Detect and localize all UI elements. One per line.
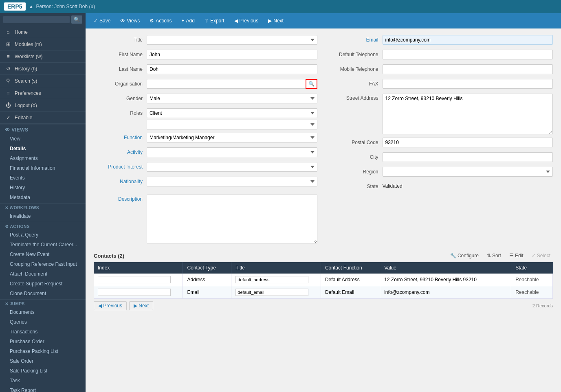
- col-state-link[interactable]: State: [515, 265, 527, 271]
- sidebar-item-editable[interactable]: ✓ Editable: [0, 112, 86, 124]
- col-value: Value: [380, 262, 511, 274]
- product-interest-select[interactable]: [147, 162, 317, 172]
- row2-title-input[interactable]: [235, 289, 308, 296]
- activity-select[interactable]: [147, 147, 317, 157]
- default-telephone-label: Default Telephone: [330, 50, 378, 57]
- sidebar-item-task[interactable]: Task: [0, 376, 86, 385]
- row1-title-input[interactable]: [235, 276, 308, 283]
- form-row-city: City: [330, 152, 553, 164]
- sidebar-item-metadata[interactable]: Metadata: [0, 193, 86, 202]
- row1-title: [231, 274, 321, 286]
- organisation-search-button[interactable]: 🔍: [306, 79, 317, 89]
- sort-icon: ⇅: [487, 253, 491, 258]
- previous-button[interactable]: ◀ Previous: [230, 16, 263, 26]
- region-select[interactable]: [383, 167, 553, 177]
- fax-input[interactable]: [383, 79, 553, 89]
- sidebar-item-terminate[interactable]: Terminate the Current Career...: [0, 240, 86, 250]
- sidebar-item-documents[interactable]: Documents: [0, 307, 86, 317]
- sidebar-item-create-event[interactable]: Create New Event: [0, 250, 86, 259]
- nationality-select[interactable]: [147, 177, 317, 186]
- views-button[interactable]: 👁 Views: [116, 16, 144, 26]
- row1-index-input[interactable]: [98, 276, 171, 283]
- form-row-mobile-telephone: Mobile Telephone: [330, 64, 553, 76]
- next-button[interactable]: ▶ Next: [129, 301, 153, 310]
- sidebar-item-assignments[interactable]: Assignments: [0, 153, 86, 163]
- form-row-firstname: First Name: [94, 50, 317, 61]
- product-interest-label: Product Interest: [94, 162, 143, 170]
- default-telephone-input[interactable]: [383, 50, 553, 59]
- row1-contact-type: Address: [183, 274, 231, 286]
- gender-select[interactable]: Male Female: [147, 94, 317, 103]
- description-textarea[interactable]: [147, 195, 317, 243]
- street-address-textarea[interactable]: 12 Zorro Street, 93210 Beverly Hills: [383, 94, 553, 134]
- function-select[interactable]: Marketing/Marketing Manager: [147, 133, 317, 142]
- sidebar-item-transactions[interactable]: Transactions: [0, 327, 86, 337]
- sidebar-item-purchase-order[interactable]: Purchase Order: [0, 337, 86, 346]
- postal-code-input[interactable]: [383, 138, 553, 147]
- sidebar-item-modules[interactable]: ⊞ Modules (m): [0, 38, 86, 50]
- search-input[interactable]: [3, 16, 70, 23]
- col-index-link[interactable]: Index: [98, 265, 110, 271]
- app-logo: ERP5: [4, 2, 26, 11]
- sidebar-section-actions: ⚙ ACTIONS: [0, 222, 86, 230]
- export-button[interactable]: ⇧ Export: [200, 16, 229, 26]
- export-icon: ⇧: [205, 18, 209, 24]
- configure-button[interactable]: 🔧 Configure: [448, 252, 481, 260]
- sidebar-item-purchase-packing-list[interactable]: Purchase Packing List: [0, 346, 86, 356]
- sidebar-item-logout[interactable]: ⏻ Logout (o): [0, 99, 86, 112]
- firstname-input[interactable]: [147, 50, 317, 59]
- col-contact-type-link[interactable]: Contact Type: [187, 265, 216, 271]
- organisation-input[interactable]: [147, 79, 317, 89]
- lastname-input[interactable]: [147, 64, 317, 74]
- sort-button[interactable]: ⇅ Sort: [484, 252, 504, 260]
- sidebar-item-history-view[interactable]: History: [0, 183, 86, 193]
- sidebar-item-worklists[interactable]: ≡ Worklists (w): [0, 50, 86, 63]
- sidebar-item-view[interactable]: View: [0, 134, 86, 144]
- select-button[interactable]: ✓ Select: [529, 252, 553, 260]
- sidebar-item-sale-order[interactable]: Sale Order: [0, 356, 86, 366]
- form-row-product-interest: Product Interest: [94, 162, 317, 173]
- search-button[interactable]: 🔍: [71, 15, 82, 24]
- email-label: Email: [330, 35, 378, 43]
- sidebar-item-task-report[interactable]: Task Report: [0, 385, 86, 392]
- sidebar-section-workflows: ✕ WORKFLOWS: [0, 203, 86, 211]
- sidebar-item-events[interactable]: Events: [0, 173, 86, 183]
- email-input[interactable]: [383, 35, 553, 45]
- add-button[interactable]: + Add: [178, 16, 199, 26]
- form-left: Title First Name: [94, 35, 317, 243]
- sidebar-item-home[interactable]: ⌂ Home: [0, 26, 86, 38]
- roles-select-1[interactable]: Client: [147, 108, 317, 118]
- state-value: Validated: [383, 182, 403, 189]
- sidebar-item-invalidate[interactable]: Invalidate: [0, 211, 86, 221]
- home-icon: ⌂: [5, 29, 11, 35]
- sidebar-item-search[interactable]: ⚲ Search (s): [0, 75, 86, 87]
- save-button[interactable]: ✓ Save: [90, 16, 114, 26]
- sidebar-item-history[interactable]: ↺ History (h): [0, 63, 86, 75]
- sidebar-item-post-query[interactable]: Post a Query: [0, 230, 86, 240]
- city-input[interactable]: [383, 152, 553, 162]
- sidebar-search-area: 🔍: [0, 13, 86, 26]
- contacts-header: Contacts (2) 🔧 Configure ⇅ Sort ☰ Edit: [94, 252, 553, 260]
- col-title-link[interactable]: Title: [235, 265, 244, 271]
- mobile-telephone-input[interactable]: [383, 64, 553, 74]
- sidebar-item-details[interactable]: Details: [0, 144, 86, 153]
- sidebar-item-queries[interactable]: Queries: [0, 317, 86, 327]
- actions-button[interactable]: ⚙ Actions: [145, 16, 176, 26]
- top-bar: ERP5 ▲ Person: John Scott Doh (u): [0, 0, 561, 13]
- edit-button[interactable]: ☰ Edit: [507, 252, 526, 260]
- title-select[interactable]: [147, 35, 317, 45]
- prev-button[interactable]: ◀ Previous: [94, 301, 127, 310]
- sidebar-item-create-support[interactable]: Create Support Request: [0, 279, 86, 289]
- roles-select-2[interactable]: [147, 120, 317, 129]
- sidebar-item-financial-information[interactable]: Financial Information: [0, 163, 86, 173]
- next-button[interactable]: ▶ Next: [264, 16, 288, 26]
- sidebar-item-attach-doc[interactable]: Attach Document: [0, 269, 86, 279]
- sidebar-item-grouping-ref[interactable]: Grouping Reference Fast Input: [0, 259, 86, 269]
- sidebar-item-preferences[interactable]: ≡ Preferences: [0, 87, 86, 99]
- sidebar-item-sale-packing-list[interactable]: Sale Packing List: [0, 366, 86, 376]
- row2-index-input[interactable]: [98, 289, 171, 296]
- sidebar-item-clone-doc[interactable]: Clone Document: [0, 289, 86, 298]
- sidebar: 🔍 ⌂ Home ⊞ Modules (m) ≡ Worklists (w) ↺…: [0, 13, 86, 392]
- row1-state: Reachable: [511, 274, 553, 286]
- firstname-label: First Name: [94, 50, 143, 57]
